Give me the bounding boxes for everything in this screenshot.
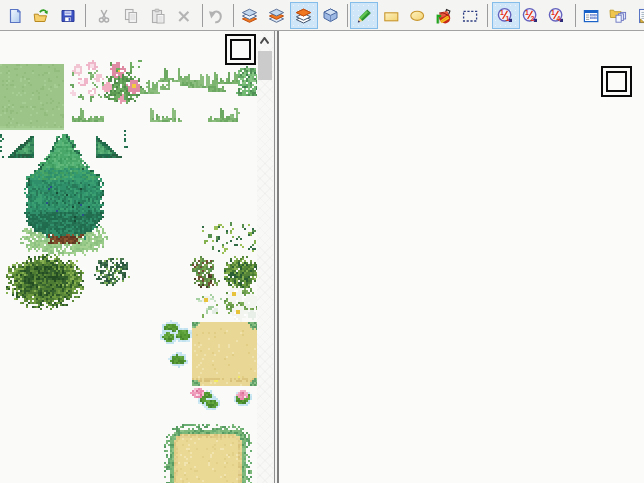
svg-text:1: 1 <box>551 9 555 16</box>
svg-text:1: 1 <box>525 9 529 16</box>
svg-text:1: 1 <box>506 15 510 22</box>
svg-text:2: 2 <box>530 15 534 22</box>
svg-text:1: 1 <box>500 9 504 16</box>
svg-text:4: 4 <box>557 15 561 22</box>
